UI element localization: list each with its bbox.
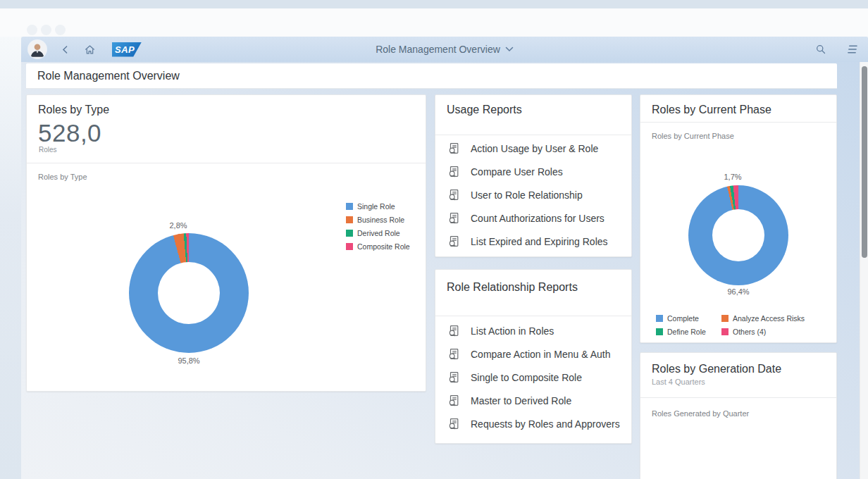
window-dot-icon xyxy=(41,25,51,35)
window-dot-icon xyxy=(55,25,66,35)
menu-icon[interactable] xyxy=(845,43,858,56)
report-search-icon xyxy=(447,418,460,430)
legend-item: Analyze Access Risks xyxy=(721,314,805,323)
window-top-strip xyxy=(0,0,868,8)
donut-label-small-slice: 1,7% xyxy=(683,173,783,181)
card-usage-reports: Usage Reports Action Usage by User & Rol… xyxy=(435,94,632,257)
donut-hole xyxy=(158,262,220,324)
sap-logo[interactable]: SAP xyxy=(112,42,142,57)
report-search-icon xyxy=(447,348,460,361)
legend-item: Complete xyxy=(656,314,715,323)
report-link-compare-user-roles[interactable]: Compare User Roles xyxy=(435,160,631,183)
card-role-relationship-reports: Role Relationship Reports List Action in… xyxy=(435,269,632,444)
card-roles-by-generation-date: Roles by Generation Date Last 4 Quarters… xyxy=(640,352,837,479)
app-title[interactable]: Role Management Overview xyxy=(376,44,500,55)
report-link-action-usage[interactable]: Action Usage by User & Role xyxy=(435,137,631,160)
legend-item: Business Role xyxy=(346,216,410,224)
search-icon[interactable] xyxy=(814,43,827,56)
shell-bar: SAP Role Management Overview xyxy=(21,37,868,62)
legend-swatch xyxy=(721,328,728,335)
donut-label-main-slice: 95,8% xyxy=(129,356,249,365)
report-link-count-authorizations[interactable]: Count Authorizations for Users xyxy=(435,206,631,230)
page-title: Role Management Overview xyxy=(37,70,180,82)
legend-swatch xyxy=(346,230,353,237)
report-search-icon xyxy=(447,212,460,225)
card-roles-by-type: Roles by Type 528,0 Roles Roles by Type … xyxy=(26,94,426,392)
report-search-icon xyxy=(447,166,460,178)
legend-item: Others (4) xyxy=(721,328,805,336)
home-icon[interactable] xyxy=(83,43,96,56)
roles-by-current-phase-donut-chart[interactable] xyxy=(688,185,788,285)
legend-swatch xyxy=(721,315,728,322)
divider xyxy=(640,397,836,398)
report-link-user-to-role[interactable]: User to Role Relationship xyxy=(435,183,631,206)
window-dot-icon xyxy=(27,25,37,35)
report-link-requests-by-roles[interactable]: Requests by Roles and Approvers xyxy=(435,412,631,435)
report-search-icon xyxy=(447,235,460,248)
report-link-master-to-derived[interactable]: Master to Derived Role xyxy=(435,389,631,412)
back-icon[interactable] xyxy=(58,43,71,56)
chart-legend: Complete Analyze Access Risks Define Rol… xyxy=(656,314,805,336)
legend-swatch xyxy=(656,315,663,322)
report-link-compare-action[interactable]: Compare Action in Menu & Auth xyxy=(435,342,631,366)
divider xyxy=(435,135,631,135)
report-search-icon xyxy=(447,142,460,155)
legend-item: Single Role xyxy=(346,202,410,211)
chart-label: Roles Generated by Quarter xyxy=(640,399,760,418)
chart-label: Roles by Type xyxy=(27,163,99,181)
app-window: SAP Role Management Overview xyxy=(21,37,868,479)
scrollbar-track[interactable] xyxy=(860,62,868,479)
donut-label-main-slice: 96,4% xyxy=(688,287,788,296)
title-dropdown-icon[interactable] xyxy=(505,43,514,56)
legend-swatch xyxy=(346,216,353,223)
report-search-icon xyxy=(447,325,460,337)
card-title[interactable]: Roles by Current Phase xyxy=(640,95,836,116)
legend-swatch xyxy=(346,243,353,250)
legend-item: Derived Role xyxy=(346,229,410,237)
chart-legend: Single Role Business Role Derived Role C… xyxy=(346,202,410,251)
legend-swatch xyxy=(346,203,353,210)
report-search-icon xyxy=(447,394,460,407)
page-header: Role Management Overview xyxy=(26,63,837,89)
browser-chrome xyxy=(0,8,868,37)
card-roles-by-current-phase: Roles by Current Phase Roles by Current … xyxy=(640,94,837,343)
page-margin xyxy=(0,37,21,479)
report-search-icon xyxy=(447,371,460,384)
report-search-icon xyxy=(447,189,460,201)
chart-label: Roles by Current Phase xyxy=(640,122,745,140)
report-link-list-action-in-roles[interactable]: List Action in Roles xyxy=(435,319,631,342)
card-subtitle: Last 4 Quarters xyxy=(640,375,836,386)
legend-item: Composite Role xyxy=(346,242,410,251)
user-avatar[interactable] xyxy=(28,40,46,58)
card-title[interactable]: Roles by Generation Date xyxy=(640,353,836,375)
card-title[interactable]: Roles by Type xyxy=(27,95,426,116)
kpi-value: 528,0 xyxy=(38,119,101,147)
legend-item: Define Role xyxy=(656,328,715,336)
donut-hole xyxy=(712,209,764,261)
scrollbar-thumb[interactable] xyxy=(862,66,867,258)
legend-swatch xyxy=(656,328,663,335)
roles-by-type-donut-chart[interactable] xyxy=(129,233,249,353)
card-title[interactable]: Usage Reports xyxy=(435,95,631,116)
report-link-expired-roles[interactable]: List Expired and Expiring Roles xyxy=(435,230,631,253)
divider xyxy=(435,316,631,316)
donut-label-small-slice: 2,8% xyxy=(118,221,238,230)
card-title[interactable]: Role Relationship Reports xyxy=(435,270,631,294)
report-link-single-to-composite[interactable]: Single to Composite Role xyxy=(435,366,631,389)
kpi-unit: Roles xyxy=(39,146,57,154)
